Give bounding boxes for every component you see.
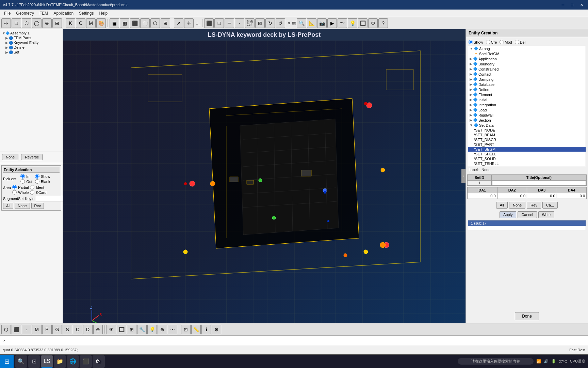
tb-color-icon[interactable]: 🎨 (96, 18, 106, 28)
cre-radio-ec[interactable] (486, 40, 490, 44)
none-ec-button[interactable]: None (509, 202, 525, 209)
del-radio-ec[interactable] (515, 40, 519, 44)
tb-arrow-icon[interactable]: ↗ (174, 18, 183, 28)
ec-tree-application[interactable]: ▶ 🔷 Application (468, 56, 586, 61)
ec-tree-set-beam[interactable]: *SET_BEAM (468, 133, 586, 137)
bt-db-icon[interactable]: D (83, 325, 93, 334)
bt-tools-icon[interactable]: 🔧 (137, 325, 147, 334)
tb-box3-icon[interactable]: ▦ (120, 18, 129, 28)
tb-mselect-icon[interactable]: M (86, 18, 96, 28)
close-btn[interactable]: ✕ (578, 3, 585, 7)
taskbar-search-box[interactable]: 请在这里输入你要搜索的内容 (458, 358, 534, 365)
reverse-button[interactable]: Reverse (21, 154, 43, 160)
collapse-arrow[interactable]: ‹ (461, 169, 466, 183)
tb-sph2-icon[interactable]: ⚪ (140, 18, 150, 28)
viewport[interactable]: LS-DYNA keyword deck by LS-PrePost (63, 29, 466, 323)
ec-tree-load[interactable]: ▶ 🔷 Load (468, 107, 586, 112)
tb-mesh-icon[interactable]: ⊞ (52, 18, 62, 28)
del-radio-label[interactable]: Del (515, 40, 526, 44)
taskbar-files-icon[interactable]: 📁 (54, 355, 66, 368)
tree-item-set[interactable]: ▶ 🔵 Set (1, 50, 61, 55)
bt-mesh-icon[interactable]: ⊞ (127, 325, 136, 334)
scene-3d[interactable]: X Y Z (63, 41, 466, 323)
show-radio[interactable] (35, 174, 39, 179)
taskbar-search[interactable]: 🔍 (15, 355, 27, 368)
tb-render-icon[interactable]: 🔲 (358, 18, 368, 28)
bt-settings3-icon[interactable]: ⚙ (212, 325, 221, 334)
ec-tree-damping[interactable]: ▶ 🔷 Damping (468, 77, 586, 82)
bt-grp-icon[interactable]: G (52, 325, 62, 334)
ec-tree-set-shell[interactable]: *SET_SHELL (468, 152, 586, 156)
ec-tree-constrained[interactable]: ▶ 🔷 Constrained (468, 66, 586, 72)
menu-application[interactable]: Application (51, 10, 76, 16)
tb-box2-icon[interactable]: ▣ (110, 18, 119, 28)
tb-solid-icon[interactable]: ⬛ (204, 18, 214, 28)
tb-node-icon[interactable]: · (235, 18, 244, 28)
ec-tree-contact[interactable]: ▶ 🔷 Contact (468, 72, 586, 77)
taskbar-store-icon[interactable]: 🛍 (93, 355, 105, 368)
ec-tree-set-discr[interactable]: *SET_DISCR (468, 137, 586, 142)
bt-prop-icon[interactable]: P (42, 325, 52, 334)
sel-none-button[interactable]: None (15, 203, 30, 209)
tb-select-icon[interactable]: ⊹ (1, 18, 11, 28)
ec-tree-database[interactable]: ▶ 🔷 Database (468, 82, 586, 87)
show-label[interactable]: Show (35, 174, 50, 179)
ec-tree-rigidwall[interactable]: ▶ 🔷 Rigidwall (468, 112, 586, 118)
da1-input[interactable] (468, 194, 497, 198)
taskbar-start[interactable]: ⊞ (0, 355, 14, 368)
mod-radio-label[interactable]: Mod (500, 40, 512, 44)
ec-tree-shellrefgm[interactable]: 🔸 ShellRefGM (468, 51, 586, 56)
ident-label[interactable]: Ident (30, 185, 46, 189)
keyin-input[interactable] (36, 196, 63, 201)
bt-light-icon[interactable]: 💡 (147, 325, 157, 334)
tree-item-assembly[interactable]: ▼ 🔷 Assembly 1 (1, 31, 61, 35)
taskbar-term-icon[interactable]: ⬛ (80, 355, 92, 368)
all-button[interactable]: All (3, 203, 13, 209)
show-radio-label[interactable]: Show (469, 40, 483, 44)
ec-tree-boundary[interactable]: ▶ 🔷 Boundary (468, 61, 586, 66)
bt-more-icon[interactable]: ⋯ (168, 325, 177, 334)
tree-item-keyword[interactable]: ▶ 🔵 Keyword Entity (1, 40, 61, 45)
taskbar-browser-icon[interactable]: 🌐 (67, 355, 79, 368)
tb-3d-icon[interactable]: ⬡ (22, 18, 31, 28)
bt-coord-icon[interactable]: ⊕ (93, 325, 103, 334)
kcard-radio[interactable] (30, 190, 34, 195)
tb-beam-icon[interactable]: ═ (225, 18, 234, 28)
menu-settings[interactable]: Settings (76, 10, 96, 16)
ec-tree-airbag[interactable]: ▼ 🔷 Airbag (468, 46, 586, 51)
tb-shift-icon[interactable]: ShiftCtrl (245, 18, 255, 28)
kcard-label[interactable]: KCard (30, 190, 46, 195)
ec-tree-set-tshell[interactable]: *SET_TSHELL (468, 161, 586, 166)
cancel-button[interactable]: Cancel (518, 211, 537, 218)
da4-input[interactable] (557, 194, 586, 198)
tb-light-icon[interactable]: 💡 (348, 18, 357, 28)
bt-snap-icon[interactable]: ⊡ (181, 325, 191, 334)
ca-ec-button[interactable]: Ca... (542, 202, 558, 209)
none-button[interactable]: None (2, 154, 18, 160)
ec-tree-initial[interactable]: ▶ 🔷 Initial (468, 97, 586, 102)
ec-tree-setdata[interactable]: ▼ 🔷 Set Data (468, 123, 586, 128)
write-button[interactable]: Write (538, 211, 554, 218)
bt-measure2-icon[interactable]: 📏 (191, 325, 201, 334)
da3-input[interactable] (527, 194, 556, 198)
tb-measure-icon[interactable]: 📐 (307, 18, 316, 28)
tb-hex-icon[interactable]: ⬡ (150, 18, 160, 28)
tb-attach-icon[interactable]: ⊠ (255, 18, 265, 28)
tb-sphere-icon[interactable]: ◯ (32, 18, 42, 28)
tb-pts-icon[interactable]: ⁜ (184, 18, 194, 28)
bt-elem-icon[interactable]: ⬛ (12, 325, 21, 334)
ec-tree-integration[interactable]: ▶ 🔷 Integration (468, 102, 586, 107)
rev-button[interactable]: Rev (31, 203, 44, 209)
bt-cont-icon[interactable]: C (73, 325, 82, 334)
title-input[interactable] (493, 181, 585, 185)
tb-cyl-icon[interactable]: ⬛ (130, 18, 140, 28)
maximize-btn[interactable]: □ (569, 3, 575, 7)
show-radio-ec[interactable] (469, 40, 473, 44)
partial-radio[interactable] (12, 185, 17, 189)
ec-tree-set-solid[interactable]: *SET_SOLID (468, 156, 586, 161)
list-item-1[interactable]: 1 (sub:1) (468, 220, 586, 226)
whole-label[interactable]: Whole (12, 190, 29, 195)
pick-out-label[interactable]: Out (20, 179, 32, 184)
tb-torus-icon[interactable]: ⊕ (42, 18, 52, 28)
tb-keyword-icon[interactable]: K (66, 18, 75, 28)
